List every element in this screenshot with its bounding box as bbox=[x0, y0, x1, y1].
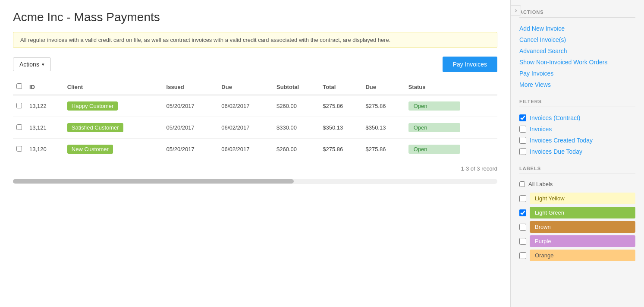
row-client: Happy Customer bbox=[64, 95, 163, 117]
all-labels-item: All Labels bbox=[519, 179, 635, 189]
filter-invoices-today-label[interactable]: Invoices Created Today bbox=[530, 137, 593, 144]
invoices-table: ID Client Issued Due Subtotal Total Due … bbox=[13, 79, 497, 160]
col-subtotal: Subtotal bbox=[273, 79, 319, 95]
row-checkbox-2[interactable] bbox=[16, 146, 22, 152]
label-light-yellow-checkbox[interactable] bbox=[519, 195, 526, 202]
table-row: 13,120 New Customer 05/20/2017 06/02/201… bbox=[13, 139, 497, 160]
sidebar-item-more-views[interactable]: More Views bbox=[519, 79, 635, 90]
status-badge: Open bbox=[408, 123, 460, 132]
all-labels-checkbox[interactable] bbox=[519, 181, 525, 187]
sidebar-item-advanced-search[interactable]: Advanced Search bbox=[519, 45, 635, 57]
sidebar: › ACTIONS Add New InvoiceCancel Invoice(… bbox=[510, 0, 644, 307]
pay-invoices-button[interactable]: Pay Invoices bbox=[443, 57, 497, 72]
scrollbar-thumb bbox=[13, 179, 294, 184]
row-checkbox-cell bbox=[13, 95, 26, 117]
status-badge: Open bbox=[408, 145, 460, 154]
main-content: Acme Inc - Mass Payments All regular inv… bbox=[0, 0, 510, 307]
label-item-label-brown: Brown bbox=[519, 221, 635, 233]
row-checkbox-0[interactable] bbox=[16, 103, 22, 108]
row-id: 13,122 bbox=[26, 95, 64, 117]
sidebar-item-show-non-invoiced[interactable]: Show Non-Invoiced Work Orders bbox=[519, 57, 635, 68]
sidebar-inner: ACTIONS Add New InvoiceCancel Invoice(s)… bbox=[511, 0, 644, 272]
label-item-label-purple: Purple bbox=[519, 235, 635, 247]
sidebar-item-add-new-invoice[interactable]: Add New Invoice bbox=[519, 23, 635, 34]
filter-item-filter-due-today: Invoices Due Today bbox=[519, 146, 635, 157]
row-due1: 06/02/2017 bbox=[218, 117, 273, 139]
client-badge: New Customer bbox=[67, 145, 113, 154]
label-orange-tag: Orange bbox=[530, 250, 635, 261]
filter-item-filter-invoices: Invoices bbox=[519, 123, 635, 135]
col-client: Client bbox=[64, 79, 163, 95]
select-all-checkbox[interactable] bbox=[16, 83, 22, 89]
table-row: 13,121 Satisfied Customer 05/20/2017 06/… bbox=[13, 117, 497, 139]
info-banner: All regular invoices with a valid credit… bbox=[13, 32, 497, 48]
label-purple-checkbox[interactable] bbox=[519, 238, 526, 245]
record-count: 1-3 of 3 record bbox=[13, 160, 497, 177]
filter-due-today-checkbox[interactable] bbox=[519, 148, 526, 155]
labels-section: LABELS All Labels Light Yellow Light Gre… bbox=[519, 166, 635, 261]
select-all-header bbox=[13, 79, 26, 95]
row-total: $275.86 bbox=[319, 139, 362, 160]
filter-invoices-contract-label[interactable]: Invoices (Contract) bbox=[530, 114, 580, 121]
sidebar-toggle[interactable]: › bbox=[511, 5, 521, 16]
col-issued: Issued bbox=[163, 79, 218, 95]
filter-item-filter-invoices-contract: Invoices (Contract) bbox=[519, 112, 635, 123]
sidebar-item-cancel-invoices[interactable]: Cancel Invoice(s) bbox=[519, 34, 635, 45]
label-brown-checkbox[interactable] bbox=[519, 224, 526, 231]
row-client: Satisfied Customer bbox=[64, 117, 163, 139]
row-due2: $275.86 bbox=[362, 139, 405, 160]
filter-invoices-label[interactable]: Invoices bbox=[530, 126, 552, 133]
client-badge: Satisfied Customer bbox=[67, 123, 123, 132]
toolbar: Actions ▾ Pay Invoices bbox=[13, 57, 497, 72]
label-light-green-checkbox[interactable] bbox=[519, 209, 526, 216]
row-checkbox-1[interactable] bbox=[16, 124, 22, 130]
actions-label: Actions bbox=[19, 61, 39, 68]
horizontal-scrollbar[interactable] bbox=[13, 179, 497, 184]
sidebar-filters: Invoices (Contract) Invoices Invoices Cr… bbox=[519, 112, 635, 157]
sidebar-labels: Light Yellow Light Green Brown Purple Or… bbox=[519, 193, 635, 261]
label-purple-tag: Purple bbox=[530, 235, 635, 247]
status-badge: Open bbox=[408, 101, 460, 111]
row-id: 13,120 bbox=[26, 139, 64, 160]
page-title: Acme Inc - Mass Payments bbox=[13, 10, 497, 24]
col-due2: Due bbox=[362, 79, 405, 95]
row-client: New Customer bbox=[64, 139, 163, 160]
col-id: ID bbox=[26, 79, 64, 95]
actions-button[interactable]: Actions ▾ bbox=[13, 57, 51, 71]
row-due1: 06/02/2017 bbox=[218, 95, 273, 117]
row-total: $350.13 bbox=[319, 117, 362, 139]
row-issued: 05/20/2017 bbox=[163, 95, 218, 117]
chevron-down-icon: ▾ bbox=[42, 62, 44, 67]
label-item-label-orange: Orange bbox=[519, 250, 635, 261]
row-subtotal: $260.00 bbox=[273, 139, 319, 160]
filter-invoices-contract-checkbox[interactable] bbox=[519, 114, 526, 121]
row-status: Open bbox=[405, 139, 497, 160]
row-checkbox-cell bbox=[13, 117, 26, 139]
label-brown-tag: Brown bbox=[530, 221, 635, 233]
filter-due-today-label[interactable]: Invoices Due Today bbox=[530, 148, 582, 155]
label-item-label-light-green: Light Green bbox=[519, 207, 635, 218]
filters-section: FILTERS Invoices (Contract) Invoices Inv… bbox=[519, 99, 635, 157]
row-status: Open bbox=[405, 117, 497, 139]
row-status: Open bbox=[405, 95, 497, 117]
row-checkbox-cell bbox=[13, 139, 26, 160]
labels-section-title: LABELS bbox=[519, 166, 635, 174]
all-labels-label: All Labels bbox=[528, 181, 553, 187]
filter-invoices-today-checkbox[interactable] bbox=[519, 137, 526, 144]
label-orange-checkbox[interactable] bbox=[519, 252, 526, 259]
sidebar-actions: Add New InvoiceCancel Invoice(s)Advanced… bbox=[519, 23, 635, 90]
table-header-row: ID Client Issued Due Subtotal Total Due … bbox=[13, 79, 497, 95]
filter-invoices-checkbox[interactable] bbox=[519, 126, 526, 133]
label-light-green-tag: Light Green bbox=[530, 207, 635, 218]
client-badge: Happy Customer bbox=[67, 101, 118, 111]
sidebar-item-pay-invoices-sidebar[interactable]: Pay Invoices bbox=[519, 68, 635, 79]
col-total: Total bbox=[319, 79, 362, 95]
table-row: 13,122 Happy Customer 05/20/2017 06/02/2… bbox=[13, 95, 497, 117]
label-light-yellow-tag: Light Yellow bbox=[530, 193, 635, 204]
row-due1: 06/02/2017 bbox=[218, 139, 273, 160]
filter-item-filter-invoices-today: Invoices Created Today bbox=[519, 135, 635, 146]
row-subtotal: $330.00 bbox=[273, 117, 319, 139]
row-total: $275.86 bbox=[319, 95, 362, 117]
row-id: 13,121 bbox=[26, 117, 64, 139]
col-status: Status bbox=[405, 79, 497, 95]
